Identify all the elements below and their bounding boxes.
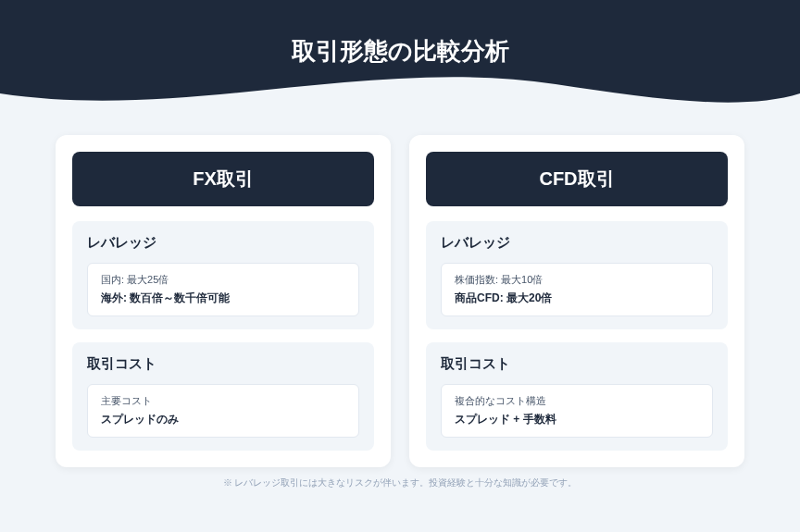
section-box: 複合的なコスト構造 スプレッド + 手数料 <box>441 384 713 438</box>
fx-card: FX取引 レバレッジ 国内: 最大25倍 海外: 数百倍～数千倍可能 取引コスト… <box>56 135 391 467</box>
fx-card-header: FX取引 <box>72 152 374 206</box>
section-title: 取引コスト <box>87 355 359 373</box>
comparison-container: FX取引 レバレッジ 国内: 最大25倍 海外: 数百倍～数千倍可能 取引コスト… <box>0 135 800 467</box>
fx-cost-section: 取引コスト 主要コスト スプレッドのみ <box>72 342 374 451</box>
section-box: 主要コスト スプレッドのみ <box>87 384 359 438</box>
section-box: 国内: 最大25倍 海外: 数百倍～数千倍可能 <box>87 263 359 316</box>
header: 取引形態の比較分析 <box>0 0 800 120</box>
section-title: レバレッジ <box>87 234 359 252</box>
section-title: レバレッジ <box>441 234 713 252</box>
footnote: ※ レバレッジ取引には大きなリスクが伴います。投資経験と十分な知識が必要です。 <box>0 476 800 489</box>
fx-leverage-section: レバレッジ 国内: 最大25倍 海外: 数百倍～数千倍可能 <box>72 221 374 329</box>
section-val: 海外: 数百倍～数千倍可能 <box>101 291 345 306</box>
page-title: 取引形態の比較分析 <box>0 0 800 68</box>
cfd-card-header: CFD取引 <box>426 152 728 206</box>
wave-decoration <box>0 66 800 121</box>
section-sub: 国内: 最大25倍 <box>101 273 345 287</box>
section-box: 株価指数: 最大10倍 商品CFD: 最大20倍 <box>441 263 713 316</box>
section-sub: 株価指数: 最大10倍 <box>455 273 699 287</box>
section-val: 商品CFD: 最大20倍 <box>455 291 699 306</box>
cfd-leverage-section: レバレッジ 株価指数: 最大10倍 商品CFD: 最大20倍 <box>426 221 728 329</box>
section-sub: 複合的なコスト構造 <box>455 394 699 408</box>
cfd-cost-section: 取引コスト 複合的なコスト構造 スプレッド + 手数料 <box>426 342 728 451</box>
section-title: 取引コスト <box>441 355 713 373</box>
section-sub: 主要コスト <box>101 394 345 408</box>
cfd-card: CFD取引 レバレッジ 株価指数: 最大10倍 商品CFD: 最大20倍 取引コ… <box>409 135 744 467</box>
section-val: スプレッド + 手数料 <box>455 412 699 427</box>
section-val: スプレッドのみ <box>101 412 345 427</box>
